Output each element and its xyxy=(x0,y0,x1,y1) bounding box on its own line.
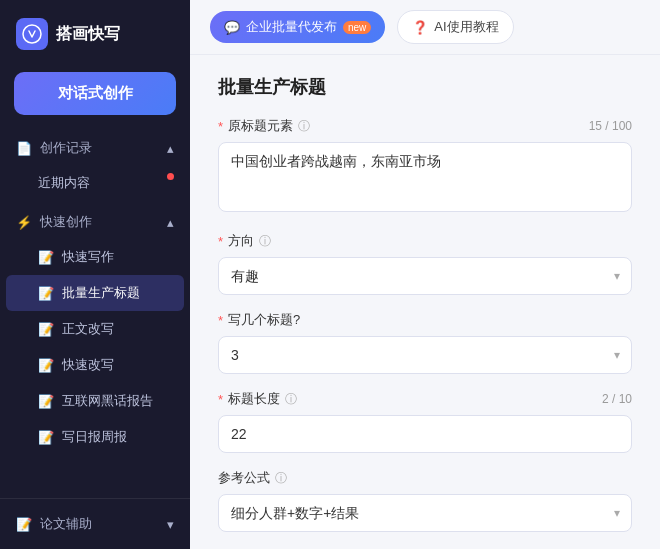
formula-select-wrap: 细分人群+数字+结果 问题+解决方案 数字+干货 对比+反差 ▾ xyxy=(218,494,632,532)
batch-title-icon: 📝 xyxy=(38,286,54,301)
length-info-icon: ⓘ xyxy=(285,391,297,408)
ai-tutorial-button[interactable]: ❓ AI使用教程 xyxy=(397,10,513,44)
sidebar-item-quick-copy[interactable]: 📝 快速改写 xyxy=(6,347,184,383)
section-label-creation: 创作记录 xyxy=(40,139,92,157)
section-creation-records: 📄 创作记录 ▴ 近期内容 xyxy=(0,131,190,205)
main-content: 💬 企业批量代发布 new ❓ AI使用教程 批量生产标题 * 原标题元素 ⓘ … xyxy=(190,0,660,549)
chevron-up-icon-2: ▴ xyxy=(167,215,174,230)
form-group-original: * 原标题元素 ⓘ 15 / 100 xyxy=(218,117,632,216)
daily-report-label: 写日报周报 xyxy=(62,428,127,446)
recent-content-label: 近期内容 xyxy=(38,174,90,192)
form-group-formula: 参考公式 ⓘ 细分人群+数字+结果 问题+解决方案 数字+干货 对比+反差 ▾ xyxy=(218,469,632,532)
svg-point-0 xyxy=(23,25,41,43)
formula-label: 参考公式 ⓘ xyxy=(218,469,632,487)
logo-icon xyxy=(16,18,48,50)
sidebar-item-quick-write[interactable]: 📝 快速写作 xyxy=(6,239,184,275)
quick-write-icon: 📝 xyxy=(38,250,54,265)
sidebar-item-recent-content[interactable]: 近期内容 xyxy=(6,165,184,201)
section-quick-create: ⚡ 快速创作 ▴ 📝 快速写作 📝 批量生产标题 📝 正文改写 📝 快速改写 📝… xyxy=(0,205,190,459)
internet-report-label: 互联网黑话报告 xyxy=(62,392,153,410)
length-input[interactable] xyxy=(218,415,632,453)
quick-write-label: 快速写作 xyxy=(62,248,114,266)
formula-field-label: 参考公式 xyxy=(218,469,270,487)
direction-info-icon: ⓘ xyxy=(259,233,271,250)
chevron-up-icon: ▴ xyxy=(167,141,174,156)
direction-field-label: 方向 xyxy=(228,232,254,250)
ai-tutorial-label: AI使用教程 xyxy=(434,18,498,36)
batch-title-label: 批量生产标题 xyxy=(62,284,140,302)
direction-select[interactable]: 有趣 严肃 情感 新闻 xyxy=(218,257,632,295)
original-field-label: 原标题元素 xyxy=(228,117,293,135)
form-group-count: * 写几个标题? 1 2 3 5 10 ▾ xyxy=(218,311,632,374)
original-label: * 原标题元素 ⓘ 15 / 100 xyxy=(218,117,632,135)
direction-select-wrap: 有趣 严肃 情感 新闻 ▾ xyxy=(218,257,632,295)
file-icon: 📄 xyxy=(16,141,32,156)
required-star: * xyxy=(218,119,223,134)
original-counter: 15 / 100 xyxy=(589,119,632,133)
formula-select[interactable]: 细分人群+数字+结果 问题+解决方案 数字+干货 对比+反差 xyxy=(218,494,632,532)
question-icon: ❓ xyxy=(412,20,428,35)
sidebar-item-batch-title[interactable]: 📝 批量生产标题 xyxy=(6,275,184,311)
logo: 搭画快写 xyxy=(0,0,190,64)
batch-icon: 💬 xyxy=(224,20,240,35)
section-header-quick-create[interactable]: ⚡ 快速创作 ▴ xyxy=(0,205,190,239)
notification-dot xyxy=(167,173,174,180)
logo-text: 搭画快写 xyxy=(56,24,120,45)
direction-label: * 方向 ⓘ xyxy=(218,232,632,250)
new-badge: new xyxy=(343,21,371,34)
length-field-label: 标题长度 xyxy=(228,390,280,408)
batch-publish-label: 企业批量代发布 xyxy=(246,18,337,36)
chevron-down-icon: ▾ xyxy=(167,517,174,532)
original-textarea[interactable] xyxy=(218,142,632,212)
thesis-icon: 📝 xyxy=(16,517,32,532)
form-area: 批量生产标题 * 原标题元素 ⓘ 15 / 100 * 方向 ⓘ 有趣 严肃 xyxy=(190,55,660,549)
sidebar: 搭画快写 对话式创作 📄 创作记录 ▴ 近期内容 ⚡ 快速创作 ▴ 📝 快速写作 xyxy=(0,0,190,549)
sidebar-item-internet-report[interactable]: 📝 互联网黑话报告 xyxy=(6,383,184,419)
direction-required-star: * xyxy=(218,234,223,249)
count-field-label: 写几个标题? xyxy=(228,311,300,329)
section-label-quick: 快速创作 xyxy=(40,213,92,231)
batch-publish-button[interactable]: 💬 企业批量代发布 new xyxy=(210,11,385,43)
count-required-star: * xyxy=(218,313,223,328)
sidebar-item-rewrite[interactable]: 📝 正文改写 xyxy=(6,311,184,347)
length-label: * 标题长度 ⓘ 2 / 10 xyxy=(218,390,632,408)
form-group-direction: * 方向 ⓘ 有趣 严肃 情感 新闻 ▾ xyxy=(218,232,632,295)
quick-create-icon: ⚡ xyxy=(16,215,32,230)
page-title: 批量生产标题 xyxy=(218,75,632,99)
original-info-icon: ⓘ xyxy=(298,118,310,135)
rewrite-icon: 📝 xyxy=(38,322,54,337)
length-counter: 2 / 10 xyxy=(602,392,632,406)
form-group-length: * 标题长度 ⓘ 2 / 10 xyxy=(218,390,632,453)
rewrite-label: 正文改写 xyxy=(62,320,114,338)
count-label: * 写几个标题? xyxy=(218,311,632,329)
thesis-label: 论文辅助 xyxy=(40,515,92,533)
internet-report-icon: 📝 xyxy=(38,394,54,409)
topbar: 💬 企业批量代发布 new ❓ AI使用教程 xyxy=(190,0,660,55)
quick-copy-label: 快速改写 xyxy=(62,356,114,374)
sidebar-item-daily-report[interactable]: 📝 写日报周报 xyxy=(6,419,184,455)
daily-report-icon: 📝 xyxy=(38,430,54,445)
section-thesis: 📝 论文辅助 ▾ xyxy=(0,498,190,549)
dialog-create-button[interactable]: 对话式创作 xyxy=(14,72,176,115)
quick-copy-icon: 📝 xyxy=(38,358,54,373)
length-required-star: * xyxy=(218,392,223,407)
section-header-creation-records[interactable]: 📄 创作记录 ▴ xyxy=(0,131,190,165)
section-header-thesis[interactable]: 📝 论文辅助 ▾ xyxy=(0,507,190,541)
count-select-wrap: 1 2 3 5 10 ▾ xyxy=(218,336,632,374)
count-select[interactable]: 1 2 3 5 10 xyxy=(218,336,632,374)
formula-info-icon: ⓘ xyxy=(275,470,287,487)
